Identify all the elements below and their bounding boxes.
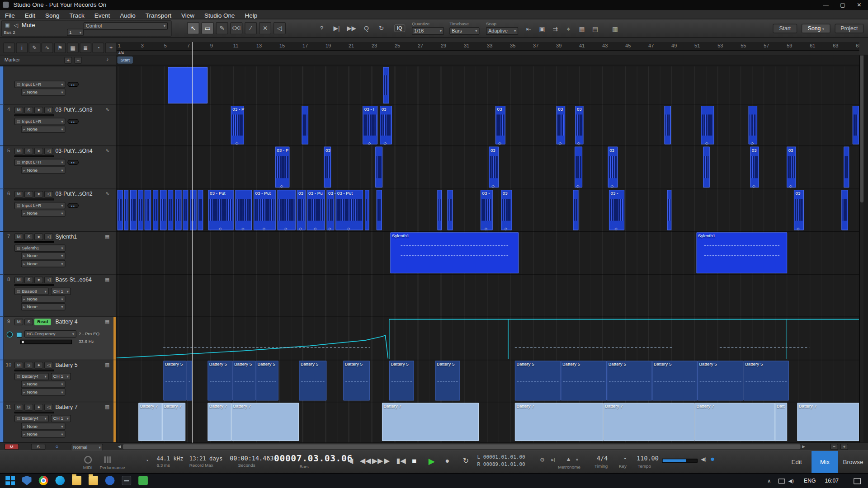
folder-2-icon[interactable] [89, 476, 98, 485]
audio-clip[interactable] [302, 106, 308, 145]
solo-button[interactable]: S [24, 319, 33, 325]
layers-icon[interactable]: ≣ [80, 42, 91, 53]
audio-clip[interactable] [145, 190, 151, 230]
drum-clip[interactable]: Battery 7 [208, 403, 231, 441]
drum-clip[interactable]: Battery 5 [389, 361, 414, 400]
mute-tool[interactable]: ✕ [259, 22, 271, 34]
audio-clip[interactable] [447, 190, 453, 230]
audio-clip[interactable]: ◇03 [557, 106, 566, 145]
solo-button[interactable]: S [24, 404, 33, 411]
drum-clip[interactable]: Battery 5 [232, 361, 255, 400]
solo-button[interactable]: S [24, 277, 33, 283]
tempo-value[interactable]: 110.00 [637, 455, 659, 462]
maximize-button[interactable]: ▢ [835, 0, 850, 10]
audio-clip[interactable] [175, 190, 182, 230]
send-select-1[interactable]: ▸None▾ [21, 126, 66, 133]
drum-clip[interactable]: Battery 5 [652, 361, 697, 400]
mute-button[interactable]: M [14, 148, 24, 155]
zoom-out-button[interactable]: − [830, 444, 838, 450]
input-select[interactable]: ▤Input L+R▾ [14, 159, 66, 166]
audio-clip[interactable] [853, 106, 859, 145]
play-button[interactable]: ▶ [429, 456, 435, 466]
audio-clip[interactable]: ◇03 - [326, 190, 334, 230]
drum-clip[interactable]: Battery 7 [162, 403, 185, 441]
audio-clip[interactable] [573, 190, 578, 230]
return-to-start-button[interactable]: ▮◀ [396, 456, 406, 465]
audio-clip[interactable]: ◇03 [380, 106, 392, 145]
bus-number-select[interactable]: 1 ▾ [67, 29, 84, 36]
bus-label[interactable]: Bus 2 [4, 30, 15, 35]
audio-clip[interactable]: ◇03 [297, 190, 306, 230]
monitor-button[interactable]: ◁ [44, 234, 53, 240]
snap-cursor-icon[interactable]: ⌖ [562, 23, 575, 35]
loop-follow-tool[interactable]: ↻ [375, 22, 387, 34]
track-header-8[interactable]: 8MS●◁Bass-St...eo64▦▤Baseo8▾CH 1▾▸None▾▸… [0, 275, 116, 317]
power-icon[interactable]: ○ [55, 444, 58, 449]
audio-clip[interactable]: ◇ [701, 106, 714, 145]
send-select-1[interactable]: ▸None▾ [21, 210, 66, 217]
channel-select[interactable]: CH 1▾ [51, 288, 71, 295]
autoscroll-tool[interactable]: ▶▶ [345, 22, 358, 34]
arrow-tool[interactable]: ↖ [187, 22, 199, 34]
record-arm-button[interactable]: ● [34, 234, 43, 240]
close-button[interactable]: ✕ [851, 0, 867, 10]
play-marker-tool[interactable]: ▶| [330, 22, 343, 34]
audio-clip[interactable]: ◇ [277, 190, 295, 230]
audio-clip[interactable] [118, 190, 123, 230]
marker-lane[interactable]: Start [116, 55, 859, 65]
audio-clip[interactable]: ◇03 [501, 190, 512, 230]
record-arm-button[interactable]: ● [34, 191, 43, 197]
audio-clip[interactable] [841, 190, 848, 230]
input-select[interactable]: ▤Battery4▾ [14, 373, 49, 380]
record-arm-button[interactable]: ● [34, 404, 43, 411]
monitor-button[interactable]: ◁ [44, 277, 53, 283]
solo-button[interactable]: S [24, 362, 33, 369]
drum-clip[interactable]: Battery 5 [208, 361, 232, 400]
audio-clip[interactable] [190, 190, 197, 230]
audio-clip[interactable] [183, 190, 188, 230]
performance-label[interactable]: Performance [99, 465, 125, 470]
input-select[interactable]: ▤Baseo8▾ [14, 288, 49, 295]
track-header-7[interactable]: 7MS●◁Sylenth1▦▤Sylenth1▾▸None▾▸None▾ [0, 232, 116, 275]
record-panel-icon[interactable]: ▥ [609, 23, 621, 35]
drum-clip[interactable]: Battery 5 [698, 361, 744, 400]
horizontal-scrollbar[interactable] [123, 444, 801, 449]
audio-clip[interactable]: ◇03 - Put [335, 190, 363, 230]
audio-clip[interactable]: ◇03 [489, 146, 499, 188]
automation-value-slider[interactable] [20, 340, 72, 344]
send-select-1[interactable]: ▸None▾ [21, 89, 66, 96]
audio-clip[interactable] [160, 190, 167, 230]
timebase-select[interactable]: Bars ▾ [449, 27, 479, 35]
time-display-icon[interactable]: ◔ [92, 42, 104, 53]
timing-value[interactable]: 4/4 [597, 455, 608, 462]
audio-clip[interactable]: ◇03 - P [231, 106, 244, 145]
control-select[interactable]: Control ▾ [84, 22, 168, 30]
scroll-left-button[interactable]: ◀ [118, 444, 121, 449]
drum-clip[interactable]: Battery 5 [435, 361, 460, 400]
fast-forward-button[interactable]: ▶▶ [372, 456, 383, 465]
gear-icon[interactable]: ⚙ [540, 457, 545, 463]
language-indicator[interactable]: ENG [804, 478, 816, 483]
loop-start-time[interactable]: L 00001.01.01.00 [477, 454, 525, 460]
iq-toggle[interactable]: IQ [394, 24, 405, 32]
drum-clip[interactable]: Battery 7 [797, 403, 859, 441]
eraser-tool[interactable]: ⌫ [230, 22, 242, 34]
time-display-bars[interactable]: 00007.03.03.06 [274, 453, 353, 464]
audio-clip[interactable]: ◇03 [794, 190, 804, 230]
audio-clip[interactable] [168, 190, 173, 230]
solo-button[interactable]: S [24, 234, 33, 240]
send-select-2[interactable]: ▸None▾ [21, 303, 66, 310]
stereo-toggle[interactable]: ●● [67, 160, 78, 165]
browse-view-button[interactable]: Browse [838, 451, 868, 474]
mute-button[interactable]: M [14, 362, 24, 369]
mute-all-button[interactable]: M [5, 444, 19, 450]
solo-button[interactable]: S [24, 191, 33, 197]
drum-clip[interactable]: Battery 7 [382, 403, 479, 441]
snap-start-icon[interactable]: ⇤ [523, 23, 535, 35]
audio-clip[interactable]: ◇03 [608, 146, 618, 188]
time-display-seconds[interactable]: 00:00:14.463 [230, 455, 274, 462]
solo-button[interactable]: S [24, 107, 33, 113]
audio-clip[interactable] [703, 146, 710, 188]
monitor-button[interactable]: ◁ [44, 404, 53, 411]
mute-button[interactable]: M [14, 277, 24, 283]
